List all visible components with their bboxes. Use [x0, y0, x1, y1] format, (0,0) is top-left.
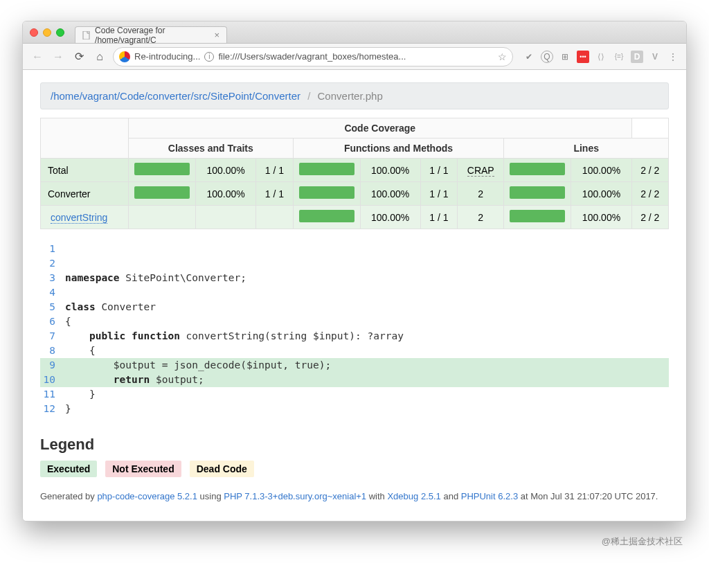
line-code: $output = json_decode($input, true);	[65, 358, 669, 373]
line-code: class Converter	[65, 300, 669, 314]
forward-button[interactable]: →	[51, 49, 66, 64]
bookmark-star-icon[interactable]: ☆	[498, 51, 507, 62]
url-text: file:///Users/swader/vagrant_boxes/homes…	[218, 51, 491, 62]
coverage-bar	[134, 186, 190, 199]
legend-dead-code: Dead Code	[190, 461, 254, 477]
line-number: 9	[40, 358, 65, 373]
row-name: Converter	[41, 182, 129, 206]
method-link[interactable]: convertString	[51, 212, 107, 224]
footer: Generated by php-code-coverage 5.2.1 usi…	[40, 490, 669, 504]
legend-title: Legend	[40, 436, 669, 454]
line-code	[65, 285, 669, 300]
page-content: /home/vagrant/Code/converter/src/SitePoi…	[23, 70, 686, 521]
titlebar: Code Coverage for /home/vagrant/C ×	[23, 21, 686, 44]
line-number: 11	[40, 387, 65, 402]
tab-close-icon[interactable]: ×	[214, 30, 219, 40]
line-code	[65, 256, 669, 271]
th-name	[41, 118, 129, 159]
table-row: Total100.00%1 / 1100.00%1 / 1CRAP100.00%…	[41, 159, 669, 182]
link-phpcov[interactable]: php-code-coverage 5.2.1	[97, 491, 197, 501]
code-line: 10 return $output;	[40, 373, 669, 387]
breadcrumb-current: Converter.php	[318, 90, 383, 102]
coverage-bar	[510, 186, 565, 199]
line-number: 1	[40, 242, 65, 256]
link-xdebug[interactable]: Xdebug 2.5.1	[387, 491, 440, 501]
toolbar: ← → ⟳ ⌂ Re-introducing... i file:///User…	[23, 44, 686, 70]
line-code: return $output;	[65, 373, 669, 387]
close-window-button[interactable]	[30, 28, 38, 37]
legend-executed: Executed	[40, 461, 97, 477]
coverage-table: Code Coverage Classes and Traits Functio…	[40, 118, 669, 229]
tab-title: Code Coverage for /home/vagrant/C	[95, 26, 210, 45]
code-line: 5class Converter	[40, 300, 669, 314]
line-number: 3	[40, 271, 65, 285]
table-row: Converter100.00%1 / 1100.00%1 / 12100.00…	[41, 182, 669, 206]
reload-button[interactable]: ⟳	[71, 49, 87, 64]
coverage-bar	[134, 163, 190, 175]
line-code: {	[65, 314, 669, 329]
line-number: 8	[40, 344, 65, 358]
line-number: 7	[40, 329, 65, 344]
traffic-lights	[30, 28, 64, 37]
ext-icon-grid[interactable]: ⊞	[559, 51, 571, 63]
code-line: 1	[40, 242, 669, 256]
link-phpunit[interactable]: PHPUnit 6.2.3	[461, 491, 518, 501]
line-number: 6	[40, 314, 65, 329]
th-functions: Functions and Methods	[293, 139, 504, 159]
code-line: 8 {	[40, 344, 669, 358]
coverage-bar	[510, 210, 565, 222]
code-line: 2	[40, 256, 669, 271]
line-code: }	[65, 387, 669, 402]
line-code: public function convertString(string $in…	[65, 329, 669, 344]
line-code: {	[65, 344, 669, 358]
table-row: convertString100.00%1 / 12100.00%2 / 2	[41, 206, 669, 229]
svg-rect-0	[83, 31, 89, 39]
crap-header: CRAP	[467, 165, 494, 177]
ext-icon-d[interactable]: D	[631, 51, 643, 63]
coverage-bar	[299, 210, 354, 222]
coverage-bar	[510, 163, 565, 175]
th-main: Code Coverage	[129, 118, 632, 139]
tabs-row: Code Coverage for /home/vagrant/C ×	[75, 21, 227, 43]
ext-icon-dev[interactable]: ⟨⟩	[595, 51, 607, 63]
ext-icon-q[interactable]: Q	[541, 51, 553, 63]
minimize-window-button[interactable]	[43, 28, 51, 37]
line-code: namespace SitePoint\Converter;	[65, 271, 669, 285]
line-number: 2	[40, 256, 65, 271]
line-number: 5	[40, 300, 65, 314]
bookmark-label: Re-introducing...	[134, 51, 200, 62]
breadcrumb: /home/vagrant/Code/converter/src/SitePoi…	[40, 82, 669, 109]
home-button[interactable]: ⌂	[92, 49, 107, 64]
page-icon	[82, 30, 91, 40]
legend-not-executed: Not Executed	[105, 461, 181, 477]
extension-icons: ✔ Q ⊞ ••• ⟨⟩ {=} D V ⋮	[523, 51, 679, 63]
bookmark-favicon	[119, 51, 130, 62]
ext-icon-v[interactable]: V	[649, 51, 661, 63]
breadcrumb-link[interactable]: /home/vagrant/Code/converter/src/SitePoi…	[51, 90, 300, 102]
code-line: 4	[40, 285, 669, 300]
breadcrumb-sep: /	[303, 90, 314, 102]
legend-items: Executed Not Executed Dead Code	[40, 461, 669, 477]
ext-icon-red[interactable]: •••	[577, 51, 589, 63]
ext-icon-check[interactable]: ✔	[523, 51, 535, 63]
legend-section: Legend Executed Not Executed Dead Code	[40, 436, 669, 477]
line-number: 4	[40, 285, 65, 300]
link-php[interactable]: PHP 7.1.3-3+deb.sury.org~xenial+1	[224, 491, 366, 501]
ext-icon-braces[interactable]: {=}	[613, 51, 625, 63]
back-button[interactable]: ←	[30, 49, 45, 64]
code-line: 6{	[40, 314, 669, 329]
code-line: 12}	[40, 402, 669, 416]
row-name: Total	[41, 159, 129, 182]
source-code: 123namespace SitePoint\Converter;45class…	[40, 242, 669, 416]
line-number: 10	[40, 373, 65, 387]
omnibox[interactable]: Re-introducing... i file:///Users/swader…	[113, 47, 513, 66]
line-code	[65, 242, 669, 256]
line-number: 12	[40, 402, 65, 416]
maximize-window-button[interactable]	[56, 28, 64, 37]
site-info-icon[interactable]: i	[204, 52, 214, 62]
menu-button[interactable]: ⋮	[667, 51, 679, 63]
coverage-bar	[299, 186, 354, 199]
coverage-bar	[299, 163, 354, 175]
code-line: 9 $output = json_decode($input, true);	[40, 358, 669, 373]
browser-tab[interactable]: Code Coverage for /home/vagrant/C ×	[75, 26, 227, 43]
